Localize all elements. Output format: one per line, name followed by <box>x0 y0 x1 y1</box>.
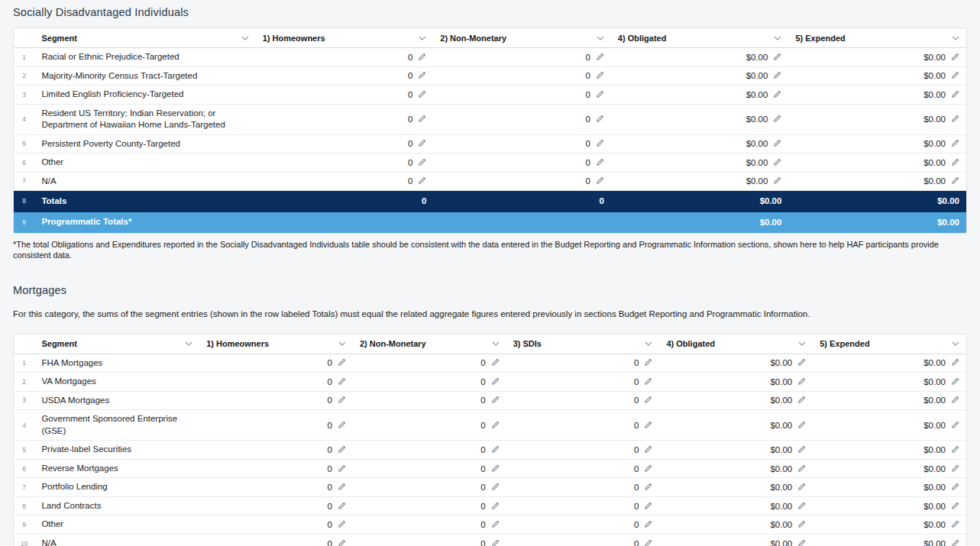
chevron-down-icon[interactable] <box>774 36 781 40</box>
chevron-down-icon[interactable] <box>419 36 426 40</box>
column-header-5-expended[interactable]: 5) Expended <box>813 334 966 354</box>
edit-pencil-icon[interactable] <box>773 71 781 79</box>
edit-pencil-icon[interactable] <box>644 445 652 454</box>
edit-pencil-icon[interactable] <box>491 464 500 473</box>
edit-pencil-icon[interactable] <box>797 396 806 404</box>
column-header-4-obligated[interactable]: 4) Obligated <box>611 28 789 48</box>
edit-pencil-icon[interactable] <box>951 377 959 386</box>
edit-pencil-icon[interactable] <box>338 520 346 528</box>
edit-pencil-icon[interactable] <box>951 139 959 147</box>
edit-pencil-icon[interactable] <box>338 464 346 473</box>
edit-pencil-icon[interactable] <box>797 483 806 491</box>
edit-pencil-icon[interactable] <box>951 464 959 473</box>
edit-pencil-icon[interactable] <box>797 377 806 386</box>
edit-pencil-icon[interactable] <box>773 176 781 185</box>
edit-pencil-icon[interactable] <box>644 520 652 528</box>
chevron-down-icon[interactable] <box>338 341 346 346</box>
edit-pencil-icon[interactable] <box>338 396 346 404</box>
edit-pencil-icon[interactable] <box>797 464 806 473</box>
edit-pencil-icon[interactable] <box>596 158 604 166</box>
edit-pencil-icon[interactable] <box>338 502 346 510</box>
edit-pencil-icon[interactable] <box>951 90 959 99</box>
edit-pencil-icon[interactable] <box>951 539 959 546</box>
edit-pencil-icon[interactable] <box>951 176 959 185</box>
edit-pencil-icon[interactable] <box>491 377 500 386</box>
edit-pencil-icon[interactable] <box>596 176 604 185</box>
edit-pencil-icon[interactable] <box>596 53 604 61</box>
edit-pencil-icon[interactable] <box>951 115 959 123</box>
edit-pencil-icon[interactable] <box>338 483 346 491</box>
edit-pencil-icon[interactable] <box>797 539 806 546</box>
edit-pencil-icon[interactable] <box>951 502 959 510</box>
edit-pencil-icon[interactable] <box>491 539 500 546</box>
edit-pencil-icon[interactable] <box>773 115 781 123</box>
edit-pencil-icon[interactable] <box>773 139 781 147</box>
edit-pencil-icon[interactable] <box>418 71 426 79</box>
edit-pencil-icon[interactable] <box>596 90 604 99</box>
column-header-3-sdis[interactable]: 3) SDIs <box>506 334 660 354</box>
edit-pencil-icon[interactable] <box>951 158 959 166</box>
edit-pencil-icon[interactable] <box>418 158 426 166</box>
edit-pencil-icon[interactable] <box>338 358 346 367</box>
edit-pencil-icon[interactable] <box>418 176 426 185</box>
chevron-down-icon[interactable] <box>952 36 959 40</box>
chevron-down-icon[interactable] <box>185 341 192 346</box>
edit-pencil-icon[interactable] <box>951 421 959 429</box>
chevron-down-icon[interactable] <box>492 341 500 346</box>
edit-pencil-icon[interactable] <box>596 139 604 147</box>
edit-pencil-icon[interactable] <box>338 421 346 429</box>
edit-pencil-icon[interactable] <box>644 396 652 404</box>
edit-pencil-icon[interactable] <box>491 520 500 528</box>
edit-pencil-icon[interactable] <box>491 421 500 429</box>
edit-pencil-icon[interactable] <box>797 502 806 510</box>
column-header-2-non-monetary[interactable]: 2) Non-Monetary <box>433 28 611 48</box>
edit-pencil-icon[interactable] <box>644 539 652 546</box>
chevron-down-icon[interactable] <box>952 341 959 346</box>
column-header-1-homeowners[interactable]: 1) Homeowners <box>256 28 434 48</box>
edit-pencil-icon[interactable] <box>418 139 426 147</box>
edit-pencil-icon[interactable] <box>951 445 959 454</box>
edit-pencil-icon[interactable] <box>418 90 426 99</box>
edit-pencil-icon[interactable] <box>797 421 806 429</box>
column-header-segment[interactable]: Segment <box>34 334 199 354</box>
edit-pencil-icon[interactable] <box>773 53 781 61</box>
chevron-down-icon[interactable] <box>597 36 604 40</box>
column-header-5-expended[interactable]: 5) Expended <box>788 28 966 48</box>
edit-pencil-icon[interactable] <box>491 358 500 367</box>
column-header-1-homeowners[interactable]: 1) Homeowners <box>199 334 353 354</box>
edit-pencil-icon[interactable] <box>797 520 806 528</box>
edit-pencil-icon[interactable] <box>338 445 346 454</box>
edit-pencil-icon[interactable] <box>644 377 652 386</box>
chevron-down-icon[interactable] <box>241 36 249 40</box>
chevron-down-icon[interactable] <box>645 341 652 346</box>
edit-pencil-icon[interactable] <box>951 520 959 528</box>
column-header-2-non-monetary[interactable]: 2) Non-Monetary <box>353 334 506 354</box>
edit-pencil-icon[interactable] <box>644 502 652 510</box>
edit-pencil-icon[interactable] <box>951 483 959 491</box>
edit-pencil-icon[interactable] <box>773 90 781 99</box>
edit-pencil-icon[interactable] <box>418 115 426 123</box>
edit-pencil-icon[interactable] <box>951 358 959 367</box>
edit-pencil-icon[interactable] <box>491 502 500 510</box>
edit-pencil-icon[interactable] <box>797 445 806 454</box>
edit-pencil-icon[interactable] <box>773 158 781 166</box>
edit-pencil-icon[interactable] <box>596 71 604 79</box>
edit-pencil-icon[interactable] <box>418 53 426 61</box>
edit-pencil-icon[interactable] <box>596 115 604 123</box>
edit-pencil-icon[interactable] <box>644 358 652 367</box>
edit-pencil-icon[interactable] <box>951 53 959 61</box>
column-header-segment[interactable]: Segment <box>34 28 255 48</box>
edit-pencil-icon[interactable] <box>644 483 652 491</box>
edit-pencil-icon[interactable] <box>951 71 959 79</box>
edit-pencil-icon[interactable] <box>491 483 500 491</box>
chevron-down-icon[interactable] <box>798 341 806 346</box>
edit-pencil-icon[interactable] <box>491 396 500 404</box>
edit-pencil-icon[interactable] <box>338 377 346 386</box>
edit-pencil-icon[interactable] <box>491 445 500 454</box>
edit-pencil-icon[interactable] <box>797 358 806 367</box>
edit-pencil-icon[interactable] <box>338 539 346 546</box>
edit-pencil-icon[interactable] <box>951 396 959 404</box>
edit-pencil-icon[interactable] <box>644 464 652 473</box>
column-header-4-obligated[interactable]: 4) Obligated <box>659 334 813 354</box>
edit-pencil-icon[interactable] <box>644 421 652 429</box>
